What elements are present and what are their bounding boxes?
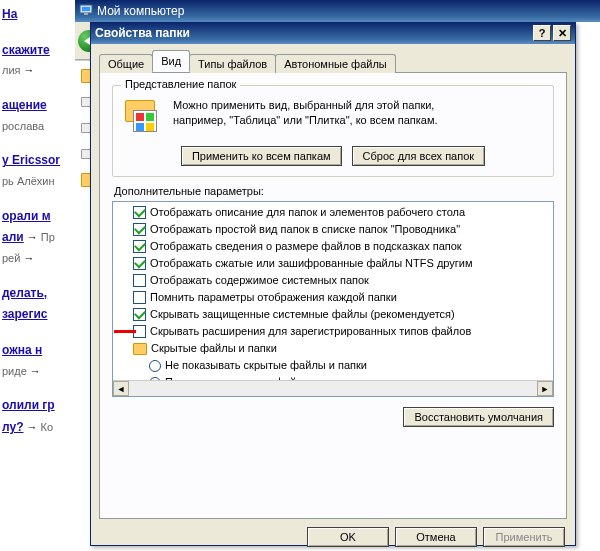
bg-link[interactable]: ожна н [2, 343, 42, 357]
tree-item-label: Отображать описание для папок и элементо… [150, 204, 465, 221]
checkbox[interactable] [133, 291, 146, 304]
ok-button[interactable]: OK [307, 527, 389, 547]
dialog-titlebar[interactable]: Свойства папки ? ✕ [91, 22, 575, 44]
dialog-buttons: OK Отмена Применить [91, 527, 565, 547]
tree-item-label: Скрытые файлы и папки [151, 340, 277, 357]
tree-item-label: Отображать простой вид папок в списке па… [150, 221, 460, 238]
checkbox[interactable] [133, 274, 146, 287]
checkbox[interactable] [133, 223, 146, 236]
cancel-button[interactable]: Отмена [395, 527, 477, 547]
bg-text: рей [2, 252, 20, 264]
radio[interactable] [149, 360, 161, 372]
bg-text: рь Алёхин [2, 175, 55, 187]
restore-defaults-button[interactable]: Восстановить умолчания [403, 407, 554, 427]
bg-text: риде [2, 365, 27, 377]
bg-link[interactable]: делать, [2, 286, 47, 300]
scroll-left-button[interactable]: ◄ [113, 381, 129, 396]
horizontal-scrollbar[interactable]: ◄ ► [113, 380, 553, 396]
bg-link[interactable]: y Ericssor [2, 153, 60, 167]
checkbox[interactable] [133, 257, 146, 270]
tree-item-label: Скрывать защищенные системные файлы (рек… [150, 306, 455, 323]
dialog-title: Свойства папки [95, 26, 531, 40]
folder-views-group: Представление папок Можно применить вид,… [112, 85, 554, 177]
background-page: На скажителия → ащениерослава y Ericssor… [0, 0, 75, 551]
bg-link[interactable]: орали м [2, 209, 51, 223]
tree-item-label: Отображать сведения о размере файлов в п… [150, 238, 462, 255]
advanced-label: Дополнительные параметры: [114, 185, 554, 197]
folder-icon [133, 343, 147, 355]
checkbox[interactable] [133, 308, 146, 321]
group-legend: Представление папок [121, 78, 240, 90]
bg-text: лия [2, 64, 21, 76]
bg-link[interactable]: скажите [2, 43, 50, 57]
folder-views-icon [123, 98, 161, 136]
help-button[interactable]: ? [533, 25, 551, 41]
tree-item-label: Помнить параметры отображения каждой пап… [150, 289, 397, 306]
tree-item[interactable]: Помнить параметры отображения каждой пап… [119, 289, 551, 306]
checkbox[interactable] [133, 240, 146, 253]
bg-link[interactable]: али [2, 230, 24, 244]
tree-item-label: Отображать сжатые или зашифрованные файл… [150, 255, 473, 272]
bg-link[interactable]: зарегис [2, 307, 48, 321]
tree-item[interactable]: Не показывать скрытые файлы и папки [119, 357, 551, 374]
folder-options-dialog: Свойства папки ? ✕ Общие Вид Типы файлов… [90, 22, 576, 546]
bg-link[interactable]: лу? [2, 420, 23, 434]
reset-all-button[interactable]: Сброс для всех папок [352, 146, 486, 166]
bg-text: рослава [2, 120, 44, 132]
tab-strip: Общие Вид Типы файлов Автономные файлы [99, 52, 567, 73]
parent-window-title: Мой компьютер [97, 4, 184, 18]
tree-item[interactable]: Скрытые файлы и папки [119, 340, 551, 357]
tree-item-label: Скрывать расширения для зарегистрированн… [150, 323, 471, 340]
svg-rect-1 [82, 7, 90, 11]
tree-item-label: Отображать содержимое системных папок [150, 272, 369, 289]
svg-rect-2 [84, 13, 88, 15]
bg-link[interactable]: На [2, 7, 17, 21]
bg-link[interactable]: олили гр [2, 398, 55, 412]
tree-item[interactable]: Отображать сведения о размере файлов в п… [119, 238, 551, 255]
checkbox[interactable] [133, 206, 146, 219]
parent-titlebar: Мой компьютер [75, 0, 600, 22]
tree-item[interactable]: Отображать сжатые или зашифрованные файл… [119, 255, 551, 272]
tab-panel-view: Представление папок Можно применить вид,… [99, 73, 567, 519]
apply-to-all-button[interactable]: Применить ко всем папкам [181, 146, 342, 166]
tree-item[interactable]: Отображать описание для папок и элементо… [119, 204, 551, 221]
folder-views-description: Можно применить вид, выбранный для этой … [173, 98, 543, 128]
close-button[interactable]: ✕ [553, 25, 571, 41]
highlight-arrow-icon [114, 330, 136, 333]
scroll-right-button[interactable]: ► [537, 381, 553, 396]
bg-link[interactable]: ащение [2, 98, 47, 112]
tree-item[interactable]: Скрывать защищенные системные файлы (рек… [119, 306, 551, 323]
tab-offline-files[interactable]: Автономные файлы [275, 54, 396, 73]
tab-view[interactable]: Вид [152, 50, 190, 72]
tab-general[interactable]: Общие [99, 54, 153, 73]
tree-item[interactable]: Скрывать расширения для зарегистрированн… [119, 323, 551, 340]
computer-icon [79, 3, 93, 20]
tree-item-label: Не показывать скрытые файлы и папки [165, 357, 367, 374]
tab-file-types[interactable]: Типы файлов [189, 54, 276, 73]
apply-button[interactable]: Применить [483, 527, 565, 547]
advanced-settings-tree[interactable]: Отображать описание для папок и элементо… [112, 201, 554, 397]
tree-item[interactable]: Отображать простой вид папок в списке па… [119, 221, 551, 238]
tree-item[interactable]: Отображать содержимое системных папок [119, 272, 551, 289]
